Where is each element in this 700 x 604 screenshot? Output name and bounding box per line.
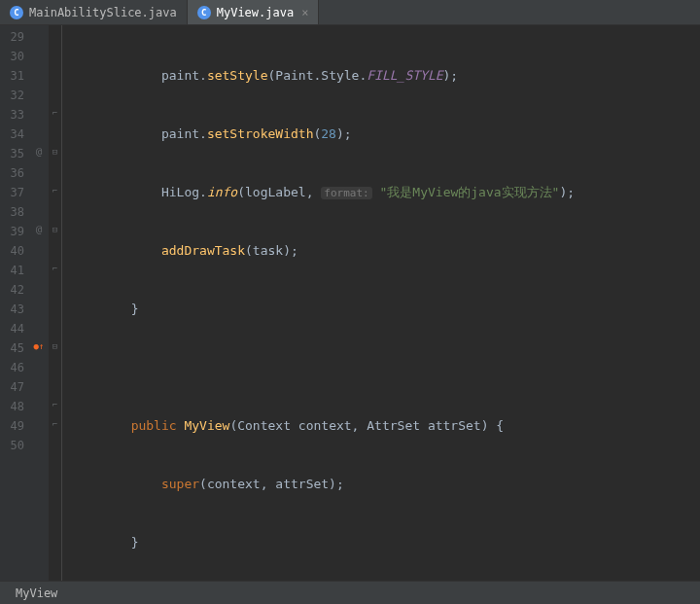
code-line[interactable]: } — [70, 300, 700, 319]
tab-myview[interactable]: C MyView.java × — [188, 0, 320, 24]
code-line[interactable]: paint.setStrokeWidth(28); — [70, 124, 700, 144]
code-line[interactable]: paint.setStyle(Paint.Style.FILL_STYLE); — [70, 66, 700, 86]
editor-container: 2930313233343536373839404142434445464748… — [0, 25, 700, 581]
code-editor[interactable]: paint.setStyle(Paint.Style.FILL_STYLE); … — [62, 25, 700, 581]
editor-tabs: C MainAbilitySlice.java C MyView.java × — [0, 0, 700, 25]
tab-label: MyView.java — [217, 6, 294, 19]
close-icon[interactable]: × — [301, 6, 308, 19]
java-class-icon: C — [10, 6, 23, 19]
breadcrumb-item[interactable]: MyView — [16, 586, 57, 600]
vcs-annotation-gutter: @@●↑ — [29, 25, 49, 581]
code-line[interactable]: HiLog.info(logLabel, format: "我是MyView的j… — [70, 183, 700, 202]
code-line[interactable]: super(context, attrSet); — [70, 475, 700, 494]
code-line[interactable]: addDrawTask(task); — [70, 241, 700, 261]
code-line[interactable]: } — [70, 533, 700, 552]
java-class-icon: C — [197, 6, 211, 19]
code-line[interactable] — [70, 358, 700, 377]
tab-main-ability-slice[interactable]: C MainAbilitySlice.java — [0, 0, 188, 24]
tab-label: MainAbilitySlice.java — [29, 6, 177, 19]
line-number-gutter: 2930313233343536373839404142434445464748… — [0, 25, 29, 581]
fold-gutter[interactable]: ⌐⊟⌐⊟⌐⊟⌐⌐ — [49, 25, 62, 581]
breadcrumb[interactable]: MyView — [0, 581, 700, 604]
param-hint: format: — [321, 187, 371, 199]
code-line[interactable]: public MyView(Context context, AttrSet a… — [70, 416, 700, 436]
